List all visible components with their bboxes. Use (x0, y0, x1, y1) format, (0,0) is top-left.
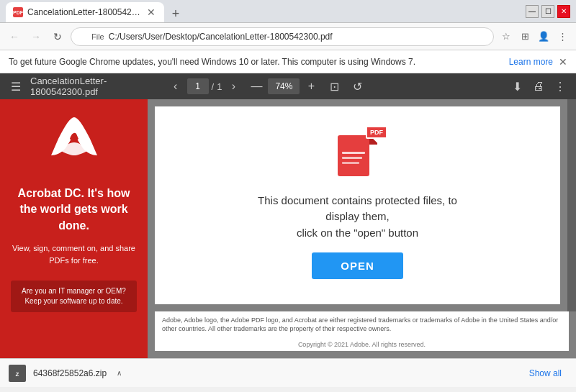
next-page-button[interactable]: › (225, 78, 242, 95)
address-bar: ← → ↻ File C:/Users/User/Desktop/Cancela… (0, 23, 576, 50)
svg-rect-3 (342, 152, 365, 154)
svg-rect-5 (342, 162, 359, 164)
svg-text:Z: Z (16, 371, 19, 378)
tab-close-button[interactable]: ✕ (145, 6, 157, 18)
download-filename: 64368f25852a6.zip (33, 368, 107, 378)
tab-area: PDF CancelationLetter-1800542300.p... ✕ … (6, 0, 526, 22)
pdf-menu-button[interactable]: ☰ (7, 78, 24, 95)
browser-menu-icon[interactable]: ⋮ (554, 29, 570, 45)
close-window-button[interactable]: ✕ (557, 5, 570, 18)
info-bar-message: To get future Google Chrome updates, you… (9, 57, 503, 67)
pdf-toolbar: ☰ CancelationLetter-1800542300.pdf ‹ / 1… (0, 73, 576, 99)
pdf-main-content: PDF This document contains protected fil… (155, 106, 560, 304)
url-text: C:/Users/User/Desktop/CancelationLetter-… (109, 32, 333, 42)
pdf-page-area: PDF This document contains protected fil… (148, 99, 576, 358)
pdf-print-button[interactable]: 🖨 (530, 78, 547, 95)
bookmark-icon[interactable]: ☆ (498, 29, 514, 45)
pdf-icon-area: PDF (338, 132, 377, 181)
title-bar: PDF CancelationLetter-1800542300.p... ✕ … (0, 0, 576, 23)
pdf-page-nav: ‹ / 1 › (167, 78, 243, 95)
pdf-content: Acrobat DC. It's how the world gets work… (0, 99, 576, 358)
acrobat-logo (38, 114, 110, 178)
active-tab[interactable]: PDF CancelationLetter-1800542300.p... ✕ (6, 2, 164, 22)
download-expand-button[interactable]: ∧ (114, 368, 125, 378)
pdf-protected-message: This document contains protected files, … (243, 193, 473, 242)
tab-favicon: PDF (13, 7, 23, 17)
address-actions: ☆ ⊞ 👤 ⋮ (498, 29, 570, 45)
info-bar: To get future Google Chrome updates, you… (0, 50, 576, 73)
page-separator: / (212, 81, 215, 92)
acrobat-promo-panel: Acrobat DC. It's how the world gets work… (0, 99, 148, 358)
pdf-more-button[interactable]: ⋮ (552, 78, 569, 95)
zoom-level-input[interactable] (268, 78, 300, 94)
pdf-type-badge: PDF (366, 126, 387, 139)
open-button[interactable]: OPEN (312, 252, 403, 279)
maximize-button[interactable]: ☐ (541, 5, 554, 18)
svg-rect-0 (338, 135, 369, 176)
tab-label: CancelationLetter-1800542300.p... (27, 7, 141, 17)
page-number-input[interactable] (187, 78, 209, 94)
show-all-button[interactable]: Show all (523, 365, 567, 381)
pdf-title: CancelationLetter-1800542300.pdf (30, 76, 161, 97)
pdf-page-wrapper: PDF This document contains protected fil… (148, 99, 576, 311)
zoom-out-button[interactable]: — (248, 78, 265, 95)
window-controls: — ☐ ✕ (526, 5, 570, 18)
reload-button[interactable]: ↻ (49, 28, 66, 45)
download-bar: Z 64368f25852a6.zip ∧ Show all (0, 358, 576, 387)
rotate-button[interactable]: ↺ (348, 78, 366, 95)
new-tab-button[interactable]: + (167, 5, 184, 22)
info-bar-close[interactable]: ✕ (559, 56, 567, 68)
address-input[interactable]: File C:/Users/User/Desktop/CancelationLe… (71, 27, 494, 46)
extensions-icon[interactable]: ⊞ (517, 29, 533, 45)
pdf-download-button[interactable]: ⬇ (508, 78, 526, 95)
download-file-icon: Z (9, 365, 26, 382)
it-manager-box: Are you an IT manager or OEM? Keep your … (11, 281, 137, 312)
acrobat-promo-title: Acrobat DC. It's how the world gets work… (18, 186, 130, 234)
page-total: 1 (217, 81, 222, 92)
pdf-copyright: Copyright © 2021 Adobe. All rights reser… (155, 338, 569, 351)
fit-page-button[interactable]: ⊡ (325, 78, 343, 95)
acrobat-promo-subtitle: View, sign, comment on, and share PDFs f… (11, 242, 137, 266)
pdf-zoom-area: — + (248, 78, 320, 95)
file-protocol-icon: File (91, 32, 104, 41)
back-button[interactable]: ← (6, 28, 23, 45)
pdf-right-tools: ⬇ 🖨 ⋮ (508, 78, 569, 95)
forward-button[interactable]: → (27, 28, 45, 45)
pdf-scrollbar[interactable] (567, 99, 576, 311)
zoom-in-button[interactable]: + (302, 78, 320, 95)
svg-rect-4 (342, 157, 362, 159)
minimize-button[interactable]: — (526, 5, 539, 18)
pdf-right-panel: PDF This document contains protected fil… (148, 99, 576, 358)
pdf-footer: Adobe, Adobe logo, the Adobe PDF logo, a… (155, 311, 569, 338)
profile-icon[interactable]: 👤 (536, 29, 552, 45)
prev-page-button[interactable]: ‹ (167, 78, 184, 95)
learn-more-link[interactable]: Learn more (509, 57, 553, 67)
